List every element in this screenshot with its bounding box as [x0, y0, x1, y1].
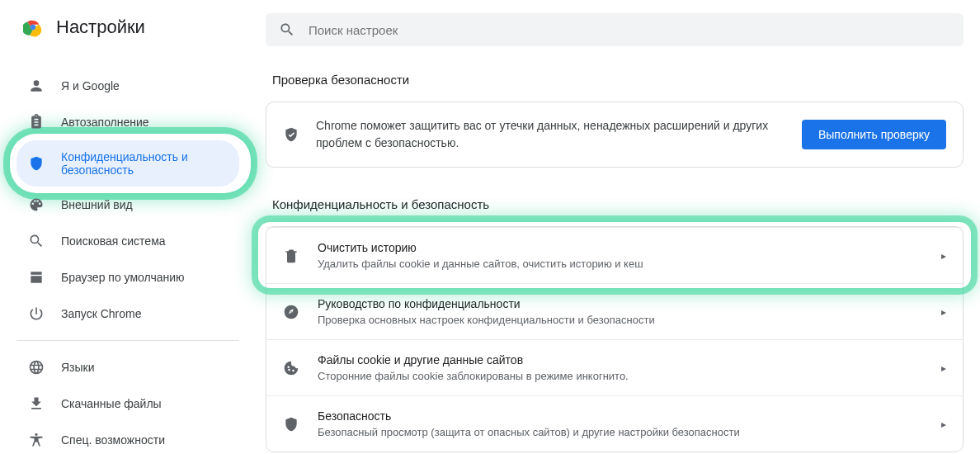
row-subtitle: Сторонние файлы cookie заблокированы в р…	[318, 370, 923, 382]
shield-check-icon	[283, 126, 299, 143]
header: Настройки	[16, 13, 239, 48]
sidebar-item-label: Я и Google	[61, 79, 120, 92]
row-privacy-guide[interactable]: Руководство по конфиденциальности Провер…	[266, 283, 963, 339]
sidebar-item-label: Внешний вид	[61, 198, 133, 211]
chevron-right-icon: ▸	[941, 250, 946, 262]
clipboard-icon	[28, 114, 45, 130]
accessibility-icon	[28, 432, 45, 448]
sidebar-item-search-engine[interactable]: Поисковая система	[16, 223, 239, 259]
row-subtitle: Удалить файлы cookie и данные сайтов, оч…	[318, 258, 923, 270]
privacy-section-heading: Конфиденциальность и безопасность	[272, 197, 964, 211]
row-title: Безопасность	[318, 409, 923, 423]
safety-check-text: Chrome поможет защитить вас от утечки да…	[316, 117, 785, 152]
row-clear-browsing-data[interactable]: Очистить историю Удалить файлы cookie и …	[266, 227, 963, 283]
sidebar-item-label: Браузер по умолчанию	[61, 271, 185, 284]
compass-icon	[283, 304, 299, 320]
privacy-card: Очистить историю Удалить файлы cookie и …	[266, 226, 964, 452]
sidebar-item-languages[interactable]: Языки	[16, 349, 239, 385]
row-title: Файлы cookie и другие данные сайтов	[318, 353, 923, 367]
sidebar-item-accessibility[interactable]: Спец. возможности	[16, 422, 239, 454]
search-icon	[28, 233, 45, 249]
sidebar-item-autofill[interactable]: Автозаполнение	[16, 104, 239, 140]
shield-icon	[283, 416, 299, 433]
sidebar-item-label: Спец. возможности	[61, 433, 165, 447]
sidebar-item-you-and-google[interactable]: Я и Google	[16, 68, 239, 104]
chevron-right-icon: ▸	[941, 362, 946, 374]
window-icon	[28, 269, 45, 286]
palette-icon	[28, 196, 45, 213]
divider	[16, 340, 239, 341]
cookie-icon	[283, 360, 299, 376]
sidebar-item-label: Запуск Chrome	[61, 307, 141, 320]
row-title: Руководство по конфиденциальности	[318, 297, 923, 310]
sidebar-item-default-browser[interactable]: Браузер по умолчанию	[16, 259, 239, 296]
chrome-logo-icon	[23, 17, 43, 37]
sidebar-item-privacy-security[interactable]: Конфиденциальность и безопасность	[16, 140, 239, 187]
sidebar-item-label: Поисковая система	[61, 234, 166, 248]
page-title: Настройки	[56, 17, 145, 38]
main-content: Проверка безопасности Chrome поможет защ…	[266, 13, 964, 454]
sidebar: Настройки Я и Google Автозаполнение Конф…	[16, 13, 239, 454]
download-icon	[28, 395, 45, 412]
row-subtitle: Безопасный просмотр (защита от опасных с…	[318, 426, 923, 438]
row-cookies[interactable]: Файлы cookie и другие данные сайтов Стор…	[266, 339, 963, 395]
sidebar-item-label: Скачанные файлы	[61, 397, 162, 410]
chevron-right-icon: ▸	[941, 306, 946, 318]
sidebar-item-label: Языки	[61, 361, 95, 374]
safety-check-heading: Проверка безопасности	[272, 73, 964, 87]
chevron-right-icon: ▸	[941, 419, 946, 430]
shield-icon	[28, 155, 45, 172]
power-icon	[28, 305, 45, 322]
sidebar-item-label: Конфиденциальность и безопасность	[61, 150, 228, 177]
sidebar-item-appearance[interactable]: Внешний вид	[16, 187, 239, 223]
run-safety-check-button[interactable]: Выполнить проверку	[802, 120, 946, 149]
search-bar[interactable]	[266, 13, 964, 46]
person-icon	[28, 78, 45, 94]
nav: Я и Google Автозаполнение Конфиденциальн…	[16, 68, 239, 454]
search-input[interactable]	[309, 23, 950, 37]
row-subtitle: Проверка основных настроек конфиденциаль…	[318, 314, 923, 326]
sidebar-item-on-startup[interactable]: Запуск Chrome	[16, 296, 239, 332]
safety-check-card: Chrome поможет защитить вас от утечки да…	[266, 102, 964, 168]
row-security[interactable]: Безопасность Безопасный просмотр (защита…	[266, 395, 963, 452]
row-title: Очистить историю	[318, 241, 923, 254]
sidebar-item-downloads[interactable]: Скачанные файлы	[16, 385, 239, 422]
search-icon	[279, 21, 295, 38]
globe-icon	[28, 359, 45, 376]
sidebar-item-label: Автозаполнение	[61, 116, 149, 129]
trash-icon	[283, 248, 299, 264]
